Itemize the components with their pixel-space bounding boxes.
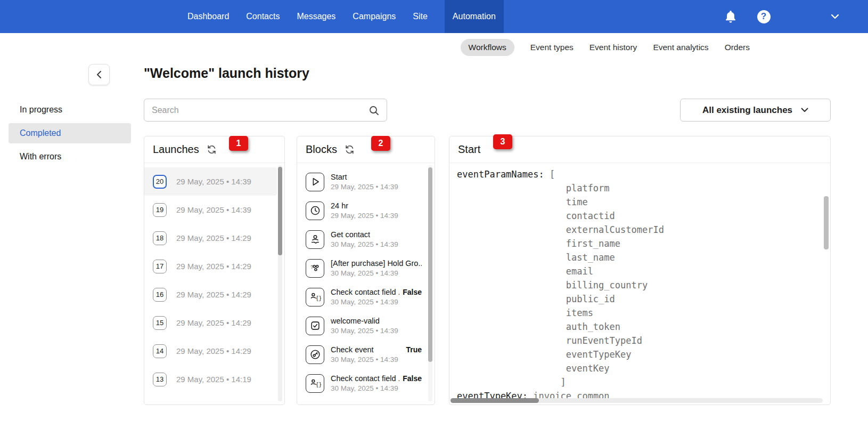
svg-text:{}: {} xyxy=(315,295,321,301)
get-contact-icon xyxy=(306,230,324,249)
block-date: 30 May, 2025 • 14:39 xyxy=(331,269,422,277)
nav-item-automation[interactable]: Automation xyxy=(445,0,504,33)
refresh-blocks-button[interactable] xyxy=(345,144,355,155)
block-date: 29 May, 2025 • 14:39 xyxy=(331,183,422,191)
launch-row-16[interactable]: 1629 May, 2025 • 14:29 xyxy=(144,280,277,309)
code-line: billing_country xyxy=(457,278,823,292)
block-row-after-purchase-hold-gro[interactable]: ?[After purchase] Hold Gro...30 May, 202… xyxy=(297,254,427,282)
code-line: runEventTypeId xyxy=(457,334,823,348)
block-title-row: Check contact field ...False xyxy=(331,288,422,296)
blocks-scrollbar-thumb[interactable] xyxy=(428,167,432,362)
launch-row-15[interactable]: 1529 May, 2025 • 14:29 xyxy=(144,309,277,337)
nav-item-dashboard[interactable]: Dashboard xyxy=(187,0,229,33)
refresh-icon xyxy=(345,144,355,155)
chevron-left-icon xyxy=(96,70,102,79)
launch-filter-dropdown[interactable]: All existing launches xyxy=(680,99,831,122)
back-button[interactable] xyxy=(88,64,110,85)
launch-row-20[interactable]: 2029 May, 2025 • 14:39 xyxy=(144,167,277,196)
chevron-down-icon xyxy=(831,14,839,19)
launch-date: 29 May, 2025 • 14:39 xyxy=(176,177,251,186)
notifications-bell-icon[interactable] xyxy=(720,0,741,33)
start-code: eventParamNames: [ platform time contact… xyxy=(449,163,830,407)
nav-item-campaigns[interactable]: Campaigns xyxy=(353,0,396,33)
block-title-row: Get contact xyxy=(331,230,422,239)
refresh-icon xyxy=(207,144,217,155)
hold-group-icon: ? xyxy=(306,259,324,278)
block-title: [After purchase] Hold Gro... xyxy=(331,259,422,268)
annotation-badge-1: 1 xyxy=(229,136,248,151)
code-line: public_id xyxy=(457,292,823,306)
block-row-check-contact-field[interactable]: {}Check contact field ...False30 May, 20… xyxy=(297,282,427,311)
automation-subnav: WorkflowsEvent typesEvent historyEvent a… xyxy=(0,33,868,62)
block-title-row: [After purchase] Hold Gro... xyxy=(331,259,422,268)
launches-scrollbar-thumb[interactable] xyxy=(278,167,282,255)
block-title-row: 24 hr xyxy=(331,201,422,210)
block-row-check-contact-field[interactable]: {}Check contact field ...False30 May, 20… xyxy=(297,369,427,398)
page-title: "Welcome" launch history xyxy=(144,66,309,81)
bell-icon xyxy=(724,10,737,23)
launch-row-14[interactable]: 1429 May, 2025 • 14:29 xyxy=(144,337,277,365)
nav-item-messages[interactable]: Messages xyxy=(297,0,335,33)
block-row-get-contact[interactable]: Get contact30 May, 2025 • 14:39 xyxy=(297,225,427,254)
tab-event-history[interactable]: Event history xyxy=(589,43,637,52)
chevron-down-icon xyxy=(801,108,808,112)
account-menu-button[interactable] xyxy=(824,0,846,33)
launch-row-17[interactable]: 1729 May, 2025 • 14:29 xyxy=(144,252,277,280)
code-value: [ xyxy=(544,169,555,180)
status-filter-in-progress[interactable]: In progress xyxy=(9,100,131,120)
launch-row-13[interactable]: 1329 May, 2025 • 14:19 xyxy=(144,365,277,393)
launch-number: 20 xyxy=(153,175,167,189)
code-line: platform xyxy=(457,181,823,195)
start-detail-panel: Start 3 eventParamNames: [ platform time… xyxy=(449,136,831,405)
block-title: 24 hr xyxy=(331,201,348,210)
launch-row-18[interactable]: 1829 May, 2025 • 14:29 xyxy=(144,224,277,252)
block-flag: False xyxy=(403,288,422,296)
start-horizontal-scrollbar-thumb[interactable] xyxy=(451,398,539,403)
tab-event-types[interactable]: Event types xyxy=(530,43,574,52)
code-value: contactid xyxy=(457,211,615,221)
block-title: welcome-valid xyxy=(331,317,380,325)
code-key: eventParamNames: xyxy=(457,169,544,180)
block-title-row: Start xyxy=(331,173,422,181)
block-row-check-event[interactable]: Check eventTrue30 May, 2025 • 14:39 xyxy=(297,340,427,369)
launch-date: 29 May, 2025 • 14:29 xyxy=(176,346,251,356)
start-panel-title: Start xyxy=(458,143,480,156)
code-value: eventKey xyxy=(457,363,610,374)
status-filter-list: In progressCompletedWith errors xyxy=(9,100,131,170)
launch-number: 17 xyxy=(153,260,167,273)
nav-item-contacts[interactable]: Contacts xyxy=(246,0,280,33)
block-row-start[interactable]: Start29 May, 2025 • 14:39 xyxy=(297,167,427,196)
code-value: first_name xyxy=(457,238,620,249)
block-row-24-hr[interactable]: 24 hr29 May, 2025 • 14:39 xyxy=(297,196,427,225)
tab-orders[interactable]: Orders xyxy=(725,43,750,52)
start-vertical-scrollbar-thumb[interactable] xyxy=(824,196,829,249)
block-title: Start xyxy=(331,173,347,181)
nav-item-site[interactable]: Site xyxy=(413,0,428,33)
block-list: Start29 May, 2025 • 14:3924 hr29 May, 20… xyxy=(297,163,435,402)
block-title-row: Check eventTrue xyxy=(331,345,422,354)
search-icon xyxy=(369,105,379,116)
block-row-welcome-valid[interactable]: welcome-valid30 May, 2025 • 14:39 xyxy=(297,311,427,340)
code-line: items xyxy=(457,306,823,320)
block-body: 24 hr29 May, 2025 • 14:39 xyxy=(331,201,422,220)
block-body: Check contact field ...False30 May, 2025… xyxy=(331,374,422,392)
code-value: eventTypeKey xyxy=(457,349,632,360)
launch-row-19[interactable]: 1929 May, 2025 • 14:39 xyxy=(144,196,277,224)
refresh-launches-button[interactable] xyxy=(207,144,217,155)
status-filter-with-errors[interactable]: With errors xyxy=(9,147,131,167)
search-input[interactable] xyxy=(152,106,369,115)
tab-workflows[interactable]: Workflows xyxy=(461,39,514,56)
checkbox-icon xyxy=(306,317,324,335)
main-nav: DashboardContactsMessagesCampaignsSiteAu… xyxy=(187,0,504,33)
block-flag: True xyxy=(406,345,422,354)
block-date: 30 May, 2025 • 14:39 xyxy=(331,298,422,306)
status-filter-completed[interactable]: Completed xyxy=(9,123,131,143)
tab-event-analytics[interactable]: Event analytics xyxy=(653,43,708,52)
code-value: last_name xyxy=(457,252,615,263)
contact-field-icon: {} xyxy=(306,288,324,306)
block-title: Check event xyxy=(331,345,374,354)
code-value: public_id xyxy=(457,294,615,304)
help-button[interactable]: ? xyxy=(753,0,774,33)
code-line: eventTypeKey xyxy=(457,348,823,361)
block-title-row: welcome-valid xyxy=(331,317,422,325)
